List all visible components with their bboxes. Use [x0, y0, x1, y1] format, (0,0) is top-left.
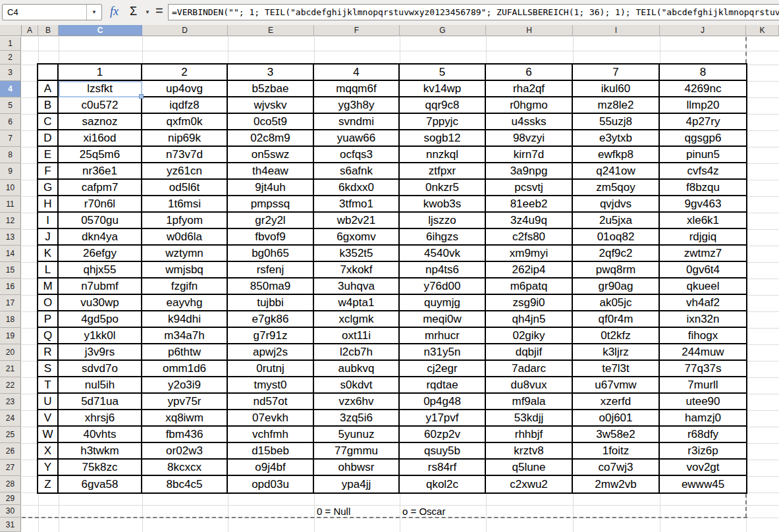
cell-H24[interactable]: 53kdjj: [486, 410, 573, 427]
cell-D25[interactable]: fbm436: [142, 427, 228, 443]
column-header-I[interactable]: I: [573, 25, 660, 36]
function-wizard-icon[interactable]: fx: [110, 5, 119, 18]
cell-D16[interactable]: fzgifn: [142, 279, 228, 295]
cell-E8[interactable]: on5swz: [228, 147, 314, 163]
row-header-14[interactable]: 14: [0, 246, 21, 262]
cell-G23[interactable]: 0p4g48: [400, 394, 486, 410]
cell-F5[interactable]: yg3h8y: [314, 97, 400, 114]
row-header-18[interactable]: 18: [0, 311, 21, 328]
cell-B24[interactable]: V: [38, 410, 59, 427]
row-header-22[interactable]: 22: [0, 377, 21, 394]
cell-C6[interactable]: saznoz: [59, 114, 142, 130]
cell-E9[interactable]: th4eaw: [228, 163, 314, 180]
cell-J5[interactable]: llmp20: [660, 97, 746, 114]
cell-D27[interactable]: 8kcxcx: [142, 460, 228, 476]
cell-D4[interactable]: up4ovg: [142, 81, 228, 97]
cell-D15[interactable]: wmjsbq: [142, 262, 228, 279]
cell-C9[interactable]: nr36e1: [59, 163, 142, 180]
cell-G7[interactable]: sogb12: [400, 130, 486, 147]
cell-E21[interactable]: 0rutnj: [228, 361, 314, 377]
cell-D5[interactable]: iqdfz8: [142, 97, 228, 114]
column-header-B[interactable]: B: [38, 25, 59, 36]
row-header-9[interactable]: 9: [0, 163, 21, 180]
cell-H26[interactable]: krztv8: [486, 443, 573, 460]
cell-I3[interactable]: 7: [573, 65, 660, 81]
cell-B7[interactable]: D: [38, 130, 59, 147]
cell-G13[interactable]: 6ihgzs: [400, 229, 486, 246]
cell-C15[interactable]: qhjx55: [59, 262, 142, 279]
cell-D12[interactable]: 1pfyom: [142, 213, 228, 229]
cell-D26[interactable]: or02w3: [142, 443, 228, 460]
cell-G19[interactable]: mrhucr: [400, 328, 486, 344]
cell-J18[interactable]: ixn32n: [660, 311, 746, 328]
cell-B3[interactable]: [38, 65, 59, 81]
cell-F18[interactable]: xclgmk: [314, 311, 400, 328]
cell-B27[interactable]: Y: [38, 460, 59, 476]
cell-E10[interactable]: 9jt4uh: [228, 180, 314, 196]
cell-E19[interactable]: g7r91z: [228, 328, 314, 344]
cell-F3[interactable]: 4: [314, 65, 400, 81]
cell-C5[interactable]: c0u572: [59, 97, 142, 114]
cell-E28[interactable]: opd03u: [228, 476, 314, 492]
row-header-10[interactable]: 10: [0, 180, 21, 196]
cell-H5[interactable]: r0hgmo: [486, 97, 573, 114]
cell-B4[interactable]: A: [38, 81, 59, 97]
cell-B22[interactable]: T: [38, 377, 59, 394]
cell-I6[interactable]: 55uzj8: [573, 114, 660, 130]
cell-H6[interactable]: u4ssks: [486, 114, 573, 130]
cell-C10[interactable]: cafpm7: [59, 180, 142, 196]
cell-E7[interactable]: 02c8m9: [228, 130, 314, 147]
cell-B25[interactable]: W: [38, 427, 59, 443]
cell-G27[interactable]: rs84rf: [400, 460, 486, 476]
column-header-A[interactable]: A: [22, 25, 38, 36]
row-header-1[interactable]: 1: [0, 37, 21, 51]
cell-F30[interactable]: 0 = Null: [314, 505, 400, 518]
row-header-31[interactable]: 31: [0, 518, 21, 532]
cell-C20[interactable]: j3v9rs: [59, 344, 142, 361]
cell-I14[interactable]: 2qf9c2: [573, 246, 660, 262]
cell-B16[interactable]: M: [38, 279, 59, 295]
cell-J20[interactable]: 244muw: [660, 344, 746, 361]
cell-J16[interactable]: qkueel: [660, 279, 746, 295]
cell-I22[interactable]: u67vmw: [573, 377, 660, 394]
cell-I27[interactable]: co7wj3: [573, 460, 660, 476]
cell-I13[interactable]: 01oq82: [573, 229, 660, 246]
cell-D13[interactable]: w0d6la: [142, 229, 228, 246]
cell-H8[interactable]: kirn7d: [486, 147, 573, 163]
cell-C26[interactable]: h3twkm: [59, 443, 142, 460]
cell-F16[interactable]: 3uhqva: [314, 279, 400, 295]
cell-J21[interactable]: 77q37s: [660, 361, 746, 377]
cell-E22[interactable]: tmyst0: [228, 377, 314, 394]
cell-F26[interactable]: 77gmmu: [314, 443, 400, 460]
row-header-5[interactable]: 5: [0, 97, 21, 114]
cell-G6[interactable]: 7ppyjc: [400, 114, 486, 130]
cell-D24[interactable]: xq8iwm: [142, 410, 228, 427]
cell-J27[interactable]: vov2gt: [660, 460, 746, 476]
cell-E11[interactable]: pmpssq: [228, 196, 314, 213]
cell-E12[interactable]: gr2y2l: [228, 213, 314, 229]
formula-input[interactable]: =VERBINDEN(""; 1; TEIL("abcdefghijklmnop…: [168, 4, 779, 20]
cell-E27[interactable]: o9j4bf: [228, 460, 314, 476]
cell-G10[interactable]: 0nkzr5: [400, 180, 486, 196]
cell-H17[interactable]: zsg9i0: [486, 295, 573, 311]
row-header-26[interactable]: 26: [0, 443, 21, 460]
cell-E15[interactable]: rsfenj: [228, 262, 314, 279]
cell-H18[interactable]: qh4jn5: [486, 311, 573, 328]
cell-B11[interactable]: H: [38, 196, 59, 213]
cell-D21[interactable]: omm1d6: [142, 361, 228, 377]
cell-I7[interactable]: e3ytxb: [573, 130, 660, 147]
cell-I23[interactable]: xzerfd: [573, 394, 660, 410]
cell-D19[interactable]: m34a7h: [142, 328, 228, 344]
column-header-E[interactable]: E: [228, 25, 314, 36]
cell-G14[interactable]: 4540vk: [400, 246, 486, 262]
cell-F27[interactable]: ohbwsr: [314, 460, 400, 476]
corner-box[interactable]: [0, 25, 22, 36]
cell-D8[interactable]: n73v7d: [142, 147, 228, 163]
cell-G18[interactable]: meqi0w: [400, 311, 486, 328]
cell-G11[interactable]: kwob3s: [400, 196, 486, 213]
cell-I15[interactable]: pwq8rm: [573, 262, 660, 279]
cell-F9[interactable]: s6afnk: [314, 163, 400, 180]
cell-J11[interactable]: 9gv463: [660, 196, 746, 213]
cell-J3[interactable]: 8: [660, 65, 746, 81]
cell-E16[interactable]: 850ma9: [228, 279, 314, 295]
